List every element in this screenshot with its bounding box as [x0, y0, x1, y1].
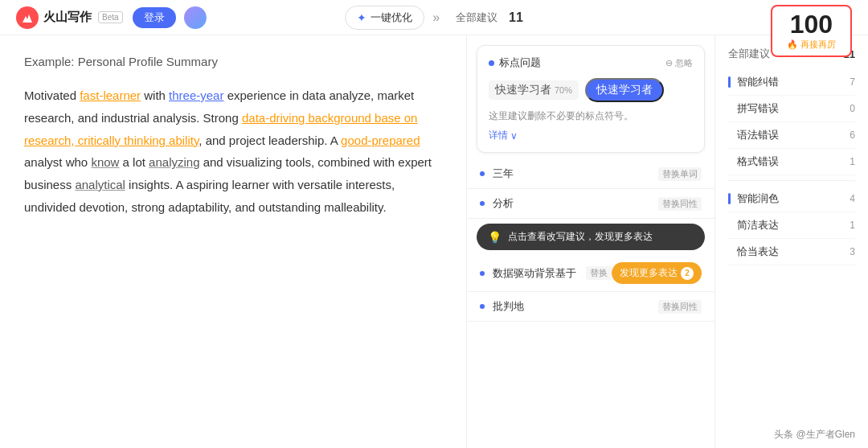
ignore-button[interactable]: ⊖ 忽略 — [665, 57, 693, 69]
discover-button[interactable]: 发现更多表达 2 — [612, 262, 702, 284]
word-score: 70% — [555, 85, 572, 95]
fire-icon: 🔥 — [787, 39, 798, 49]
svg-point-0 — [16, 6, 39, 29]
sidebar-item-format[interactable]: 格式错误 1 — [728, 149, 855, 175]
topbar-center: ✦ 一键优化 » 全部建议 11 — [345, 6, 523, 30]
score-sub: 🔥 再接再厉 — [787, 39, 836, 51]
optimize-button[interactable]: ✦ 一键优化 — [345, 6, 424, 30]
original-word: 快速学习者 70% — [489, 80, 579, 100]
text-motivated: Motivated — [24, 88, 80, 102]
topbar: 火山写作 Beta 登录 ✦ 一键优化 » 全部建议 11 100 🔥 再接再厉 — [0, 0, 868, 35]
text-and-proj: , and project leadership. A — [199, 134, 341, 147]
item-dot-icon — [480, 171, 485, 176]
item-label: 三年 — [493, 166, 653, 181]
item-label: 批判地 — [493, 299, 653, 314]
card-title: 标点问题 — [489, 55, 541, 70]
suggestion-panel: 标点问题 ⊖ 忽略 快速学习者 70% 快速学习者 这里建议删除不必要的标点符号… — [466, 35, 715, 448]
suggestion-item-fenxi[interactable]: 分析 替换同性 — [467, 189, 714, 219]
suggested-word-button[interactable]: 快速学习者 — [585, 78, 664, 102]
card-header: 标点问题 ⊖ 忽略 — [489, 55, 693, 70]
item-dot-icon — [480, 201, 485, 206]
tooltip-banner: 💡 点击查看改写建议，发现更多表达 — [477, 224, 705, 250]
login-button[interactable]: 登录 — [133, 7, 176, 28]
optimize-label: 一键优化 — [371, 10, 412, 25]
item-tag: 替换同性 — [658, 300, 702, 314]
discover-count: 2 — [681, 267, 694, 280]
item-tag: 替换单词 — [658, 167, 702, 181]
suggestions-label: 全部建议 — [456, 10, 497, 25]
right-sidebar: 全部建议 11 智能纠错 7 拼写错误 0 语法错误 6 格式错误 — [715, 35, 868, 448]
ignore-icon: ⊖ — [665, 58, 673, 68]
item-dot-icon — [480, 271, 485, 276]
bulb-icon: 💡 — [488, 231, 502, 244]
text-good-prepared: good-prepared — [341, 134, 420, 147]
text-know: know — [91, 155, 119, 169]
watermark: 头条 @生产者Glen — [774, 428, 855, 442]
sidebar-item-concise[interactable]: 简洁表达 1 — [728, 212, 855, 239]
doc-content: Motivated fast-learner with three-year e… — [24, 84, 442, 219]
bar-icon — [728, 193, 731, 204]
beta-badge: Beta — [98, 11, 123, 23]
doc-title: Example: Personal Profile Summary — [24, 55, 442, 68]
item-dot-icon — [480, 304, 485, 309]
sidebar-item-spell[interactable]: 拼写错误 0 — [728, 96, 855, 122]
divider — [728, 180, 855, 181]
text-three-year: three-year — [169, 88, 223, 102]
text-with: with — [141, 88, 169, 102]
text-alot: a lot — [119, 155, 149, 169]
item-label: 数据驱动背景基于 — [493, 266, 581, 281]
text-analyzing: analyzing — [149, 155, 199, 169]
sidebar-item-smart-error[interactable]: 智能纠错 7 — [728, 69, 855, 96]
item-tag: 替换同性 — [658, 197, 702, 211]
logo-icon — [16, 6, 39, 29]
punctuation-card: 标点问题 ⊖ 忽略 快速学习者 70% 快速学习者 这里建议删除不必要的标点符号… — [477, 45, 705, 153]
logo-text: 火山写作 — [43, 10, 92, 25]
item-label: 分析 — [493, 196, 653, 211]
card-dot-icon — [489, 60, 494, 66]
sidebar-item-appropriate[interactable]: 恰当表达 3 — [728, 239, 855, 265]
card-description: 这里建议删除不必要的标点符号。 — [489, 109, 693, 124]
suggestion-item-sannian[interactable]: 三年 替换单词 — [467, 159, 714, 189]
score-box: 100 🔥 再接再厉 — [771, 5, 852, 57]
more-button[interactable]: » — [432, 10, 440, 25]
word-options: 快速学习者 70% 快速学习者 — [489, 78, 693, 102]
text-fast-learner: fast-learner — [80, 88, 141, 102]
main-area: Example: Personal Profile Summary Motiva… — [0, 35, 868, 448]
suggestions-count: 11 — [509, 10, 523, 25]
sidebar-item-smart-color[interactable]: 智能润色 4 — [728, 186, 855, 212]
score-sub-text: 再接再厉 — [800, 39, 836, 49]
text-analytical: analytical — [75, 178, 125, 191]
tooltip-text: 点击查看改写建议，发现更多表达 — [508, 230, 653, 244]
suggestion-item-shuju[interactable]: 数据驱动背景基于 替换 发现更多表达 2 — [467, 255, 714, 292]
avatar-button[interactable] — [184, 6, 207, 29]
suggestion-item-pipan[interactable]: 批判地 替换同性 — [467, 292, 714, 322]
card-detail-button[interactable]: 详情 ∨ — [489, 129, 693, 142]
logo-area: 火山写作 Beta — [16, 6, 123, 29]
sidebar-item-grammar[interactable]: 语法错误 6 — [728, 122, 855, 149]
editor-area: Example: Personal Profile Summary Motiva… — [0, 35, 466, 448]
score-number: 100 — [787, 11, 836, 37]
bar-icon — [728, 76, 731, 88]
item-tag: 替换 — [586, 266, 612, 280]
sparkle-icon: ✦ — [357, 11, 366, 24]
chevron-icon: ∨ — [510, 130, 518, 142]
text-analyst: analyst who — [24, 155, 91, 169]
